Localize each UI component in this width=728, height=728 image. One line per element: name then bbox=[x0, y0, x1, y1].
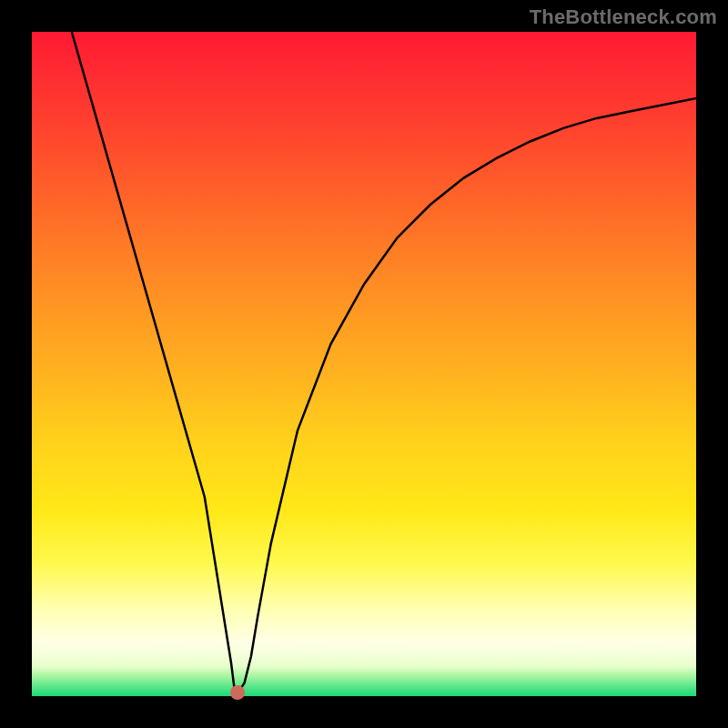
chart-frame: TheBottleneck.com bbox=[0, 0, 728, 728]
source-link[interactable]: TheBottleneck.com bbox=[530, 5, 717, 29]
plot-area bbox=[32, 32, 696, 696]
optimal-marker bbox=[230, 685, 245, 700]
bottleneck-curve bbox=[32, 32, 696, 696]
curve-path bbox=[72, 32, 696, 693]
